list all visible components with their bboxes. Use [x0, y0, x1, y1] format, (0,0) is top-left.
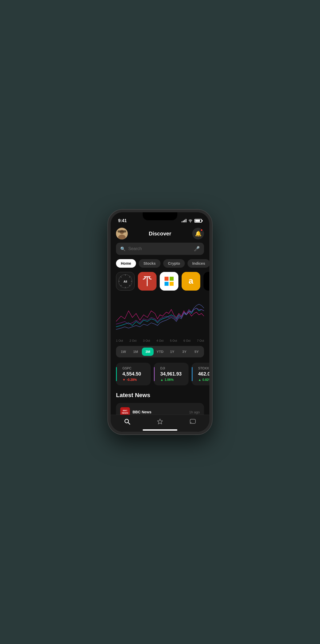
search-bar[interactable]: 🔍 Search 🎤 — [116, 243, 204, 255]
tab-stocks[interactable]: Stocks — [139, 259, 161, 268]
chart-date-5: 5 Oct — [170, 339, 177, 342]
time-period-selector: 1W 1M 3M YTD 1Y 3Y 5Y — [116, 346, 204, 357]
tab-crypto[interactable]: Crypto — [163, 259, 185, 268]
chart-area: 1 Oct 2 Oct 3 Oct 4 Oct 5 Oct 6 Oct 7 Oc… — [111, 295, 209, 344]
side-button-volume-down — [108, 258, 109, 268]
notification-button[interactable]: 🔔 — [192, 228, 204, 239]
arrow-down-icon: ▼ — [122, 378, 126, 382]
index-change-value-gspc: -0.28% — [127, 378, 137, 382]
time-btn-3y[interactable]: 3Y — [179, 348, 190, 356]
news-source-name: BBC News — [133, 410, 151, 414]
news-source-row: BBCNEWS BBC News 1h ago — [120, 407, 200, 415]
avatar[interactable] — [116, 228, 128, 239]
arrow-up-icon-stoxx: ▲ — [198, 378, 201, 382]
tab-home[interactable]: Home — [116, 259, 136, 268]
index-accent-stoxx — [192, 367, 193, 381]
bbc-logo: BBCNEWS — [120, 407, 130, 415]
status-time: 9:41 — [118, 218, 127, 223]
svg-rect-16 — [160, 272, 178, 291]
index-accent-dji — [154, 367, 155, 381]
market-indices-row: GSPC 4,554.50 ▼ -0.28% DJI 34,961.93 ▲ 1… — [111, 363, 209, 392]
main-scroll-area[interactable]: Discover 🔔 🔍 Search 🎤 Home Stocks Crypto… — [111, 226, 209, 415]
time-btn-1w[interactable]: 1W — [118, 348, 129, 356]
svg-rect-18 — [170, 277, 174, 281]
bottom-tab-messages[interactable] — [189, 418, 196, 425]
index-change-gspc: ▼ -0.28% — [122, 378, 146, 382]
phone-frame: 9:41 — [108, 210, 212, 434]
news-section-title: Latest News — [116, 392, 204, 399]
bottom-tab-bar — [111, 415, 209, 427]
company-icon-apple[interactable] — [203, 272, 209, 291]
home-indicator — [111, 427, 209, 432]
search-icon: 🔍 — [120, 246, 126, 251]
phone-screen: 9:41 — [111, 212, 209, 432]
news-card-0[interactable]: BBCNEWS BBC News 1h ago Tesla bucks mark… — [116, 403, 204, 415]
time-btn-1m[interactable]: 1M — [130, 348, 142, 356]
svg-text:All: All — [123, 280, 127, 283]
svg-text:a: a — [189, 276, 193, 286]
tab-indices[interactable]: Indices — [187, 259, 209, 268]
side-button-volume-up — [108, 244, 109, 255]
index-change-stoxx: ▲ 0.82% — [198, 378, 209, 382]
company-icon-microsoft[interactable] — [160, 272, 178, 291]
time-btn-ytd[interactable]: YTD — [154, 348, 166, 356]
svg-line-29 — [128, 423, 130, 425]
home-bar — [143, 429, 177, 431]
category-tabs: Home Stocks Crypto Indices Forex — [111, 259, 209, 272]
header: Discover 🔔 — [111, 226, 209, 243]
index-accent-gspc — [116, 367, 117, 381]
svg-rect-3 — [118, 230, 126, 233]
side-button-power — [211, 252, 212, 268]
wifi-icon — [188, 219, 193, 223]
index-card-gspc[interactable]: GSPC 4,554.50 ▼ -0.28% — [116, 363, 151, 385]
chart-date-4: 4 Oct — [157, 339, 163, 342]
index-value-stoxx: 462.00 — [198, 371, 209, 377]
time-btn-5y[interactable]: 5Y — [191, 348, 202, 356]
page-title: Discover — [149, 231, 171, 237]
svg-rect-19 — [165, 282, 169, 286]
news-time: 1h ago — [189, 410, 200, 414]
chart-date-labels: 1 Oct 2 Oct 3 Oct 4 Oct 5 Oct 6 Oct 7 Oc… — [116, 337, 204, 344]
chart-date-3: 3 Oct — [143, 339, 150, 342]
time-btn-1y[interactable]: 1Y — [166, 348, 178, 356]
microphone-icon[interactable]: 🎤 — [194, 246, 200, 252]
chart-date-1: 1 Oct — [116, 339, 123, 342]
index-change-value-dji: 1.06% — [165, 378, 174, 382]
bell-icon: 🔔 — [195, 230, 202, 237]
company-icon-all[interactable]: All — [116, 272, 135, 291]
news-section: Latest News BBCNEWS BBC News 1h ago Tesl… — [111, 392, 209, 415]
chart-date-2: 2 Oct — [130, 339, 137, 342]
time-btn-3m[interactable]: 3M — [142, 348, 154, 356]
news-source: BBCNEWS BBC News — [120, 407, 151, 415]
chart-date-6: 6 Oct — [183, 339, 190, 342]
bottom-tab-watchlist[interactable] — [157, 418, 163, 425]
bottom-tab-search[interactable] — [124, 418, 131, 425]
index-card-dji[interactable]: DJI 34,961.93 ▲ 1.06% — [154, 363, 189, 385]
search-placeholder: Search — [128, 246, 191, 251]
index-name-gspc: GSPC — [122, 366, 146, 370]
svg-rect-20 — [170, 282, 174, 286]
index-name-stoxx: STOXX — [198, 366, 209, 370]
index-card-stoxx[interactable]: STOXX 462.00 ▲ 0.82% — [192, 363, 209, 385]
notification-badge — [200, 229, 203, 231]
notch — [143, 212, 177, 220]
stock-chart — [116, 295, 204, 337]
signal-icon — [182, 219, 186, 222]
company-icon-amazon[interactable]: a — [182, 272, 200, 291]
chart-date-7: 7 Oct — [197, 339, 204, 342]
index-name-dji: DJI — [160, 366, 184, 370]
company-icon-tesla[interactable] — [138, 272, 157, 291]
svg-rect-17 — [165, 277, 169, 281]
arrow-up-icon: ▲ — [160, 378, 163, 382]
status-icons — [182, 219, 202, 223]
battery-icon — [194, 219, 202, 223]
index-change-dji: ▲ 1.06% — [160, 378, 184, 382]
company-icons-row: All — [111, 272, 209, 295]
index-value-dji: 34,961.93 — [160, 371, 184, 377]
index-value-gspc: 4,554.50 — [122, 371, 146, 377]
index-change-value-stoxx: 0.82% — [202, 378, 209, 382]
svg-rect-23 — [203, 272, 209, 291]
